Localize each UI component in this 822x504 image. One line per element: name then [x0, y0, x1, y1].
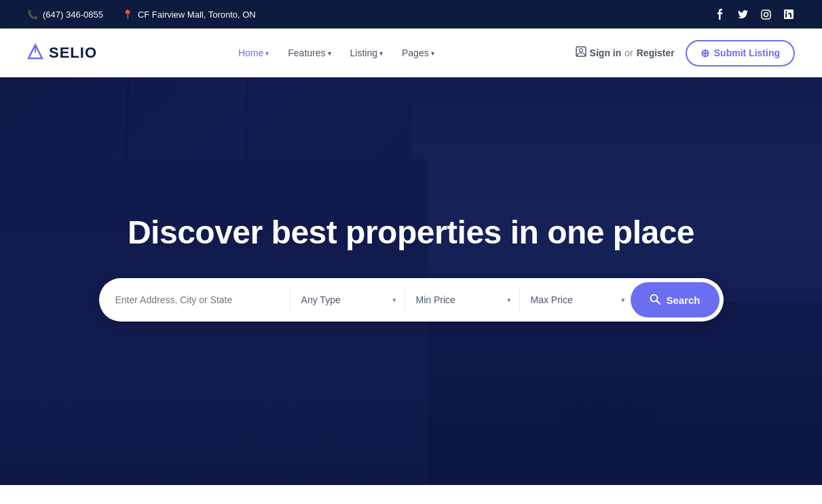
twitter-icon[interactable]: [736, 8, 749, 20]
min-price-select[interactable]: Min Price $50,000 $100,000 $200,000 $500…: [411, 294, 514, 305]
register-link[interactable]: Register: [637, 47, 675, 58]
nav-item-home[interactable]: Home ▾: [231, 43, 276, 62]
search-bar: Any Type House Apartment Condo Villa ▾ M…: [99, 278, 724, 322]
chevron-down-icon: ▾: [265, 50, 269, 57]
nav-right: Sign in or Register ⊕ Submit Listing: [576, 40, 795, 66]
max-price-select[interactable]: Max Price $100,000 $250,000 $500,000 $1,…: [525, 294, 629, 305]
hero-section: Discover best properties in one place An…: [0, 77, 822, 485]
nav-links: Home ▾ Features ▾ Listing ▾ Pages ▾: [231, 43, 441, 62]
submit-listing-button[interactable]: ⊕ Submit Listing: [686, 40, 795, 66]
topbar-left: 📞 (647) 346-0855 📍 CF Fairview Mall, Tor…: [27, 9, 256, 20]
type-select-wrapper[interactable]: Any Type House Apartment Condo Villa ▾: [293, 294, 402, 305]
search-divider-3: [519, 288, 520, 311]
phone-item[interactable]: 📞 (647) 346-0855: [27, 9, 103, 20]
user-icon: [576, 46, 586, 60]
instagram-icon[interactable]: [760, 8, 772, 20]
svg-point-6: [579, 49, 582, 52]
logo-triangle-icon: [27, 43, 43, 62]
topbar-social: [713, 8, 795, 20]
location-text: CF Fairview Mall, Toronto, ON: [138, 9, 256, 20]
navbar: SELIO Home ▾ Features ▾ Listing ▾ Pages …: [0, 28, 822, 77]
or-text: or: [624, 47, 633, 58]
plus-icon: ⊕: [700, 47, 709, 60]
search-address-input[interactable]: [115, 294, 287, 305]
type-select[interactable]: Any Type House Apartment Condo Villa: [296, 294, 399, 305]
search-button[interactable]: Search: [631, 282, 719, 317]
min-price-select-wrapper[interactable]: Min Price $50,000 $100,000 $200,000 $500…: [408, 294, 517, 305]
svg-point-2: [768, 11, 769, 12]
logo[interactable]: SELIO: [27, 43, 97, 62]
sign-in-area[interactable]: Sign in or Register: [576, 46, 675, 60]
nav-item-features[interactable]: Features ▾: [281, 43, 337, 62]
location-icon: 📍: [122, 9, 133, 20]
svg-point-1: [764, 12, 768, 16]
hero-title: Discover best properties in one place: [128, 214, 694, 251]
phone-number: (647) 346-0855: [43, 9, 103, 20]
logo-text: SELIO: [49, 44, 97, 62]
nav-item-listing[interactable]: Listing ▾: [343, 43, 390, 62]
location-item[interactable]: 📍 CF Fairview Mall, Toronto, ON: [122, 9, 256, 20]
search-divider-1: [290, 288, 291, 311]
chevron-down-icon: ▾: [328, 50, 331, 57]
hero-bottom-gradient: [0, 349, 822, 485]
nav-item-pages[interactable]: Pages ▾: [395, 43, 441, 62]
phone-icon: 📞: [27, 9, 38, 20]
chevron-down-icon: ▾: [379, 50, 383, 57]
sign-in-link[interactable]: Sign in: [590, 47, 622, 58]
facebook-icon[interactable]: [713, 8, 726, 20]
search-divider-2: [405, 288, 405, 311]
search-icon: [650, 294, 660, 307]
linkedin-icon[interactable]: [783, 8, 795, 20]
hero-content: Discover best properties in one place An…: [0, 214, 822, 322]
svg-line-8: [657, 301, 660, 304]
topbar: 📞 (647) 346-0855 📍 CF Fairview Mall, Tor…: [0, 0, 822, 28]
chevron-down-icon: ▾: [431, 50, 434, 57]
max-price-select-wrapper[interactable]: Max Price $100,000 $250,000 $500,000 $1,…: [523, 294, 631, 305]
